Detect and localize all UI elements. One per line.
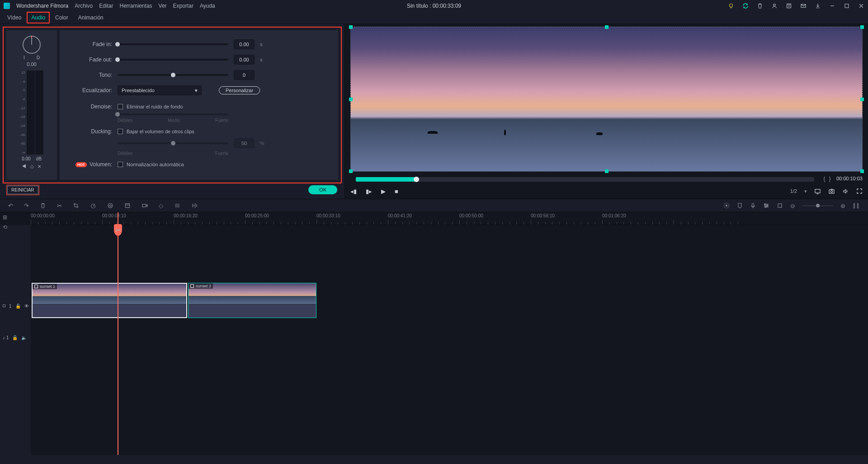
motion-icon[interactable] [142, 202, 148, 209]
svg-point-10 [109, 205, 111, 206]
mixer-icon[interactable] [763, 202, 769, 209]
redo-icon[interactable]: ↷ [24, 202, 29, 209]
undo-icon[interactable]: ↶ [8, 202, 13, 209]
menu-editar[interactable]: Editar [99, 3, 113, 9]
user-icon[interactable] [771, 3, 778, 9]
timeline-clip[interactable]: sunset 2 [188, 283, 316, 318]
sync-icon[interactable] [742, 3, 749, 9]
crop-icon[interactable] [73, 202, 79, 209]
svg-point-16 [764, 204, 766, 205]
next-frame-icon[interactable]: ▮▸ [366, 188, 372, 195]
voiceover-icon[interactable] [750, 202, 756, 209]
menu-herramientas[interactable]: Herramientas [120, 3, 152, 9]
lock-icon[interactable]: 🔓 [12, 335, 18, 340]
keyframe-prev-icon[interactable]: ⯇ [22, 164, 27, 169]
play-icon[interactable]: ▶ [381, 188, 386, 195]
split-icon[interactable]: ✂ [57, 202, 62, 209]
timeline-clip[interactable]: sunset 1 [32, 283, 187, 318]
adjust-icon[interactable] [174, 202, 180, 209]
track-area[interactable]: 1 🔓 👁 ♪ 1 🔓 🔈 sunset 1sunset 2 [31, 225, 868, 455]
zoom-in-icon[interactable]: ⊕ [840, 202, 845, 209]
zoom-fit-icon[interactable]: ⫿⫿ [853, 202, 860, 210]
snapshot-icon[interactable] [828, 188, 835, 195]
delete-icon[interactable] [40, 202, 46, 209]
chevron-down-icon: ▾ [195, 88, 198, 94]
eq-personalize-button[interactable]: Personalizar [219, 86, 260, 94]
prev-frame-icon[interactable]: ◂▮ [350, 188, 357, 195]
ruler-timestamp: 00:01:06:20 [602, 213, 626, 218]
tab-audio[interactable]: Audio [28, 13, 49, 23]
mute-icon[interactable]: 🔈 [21, 335, 27, 340]
reset-button[interactable]: REINICIAR [7, 186, 38, 194]
fade-out-value[interactable]: 0.00 [234, 55, 255, 65]
mark-in-icon[interactable]: { [823, 175, 825, 182]
ducking-value[interactable]: 50 [234, 138, 255, 148]
mark-out-icon[interactable]: } [829, 175, 831, 182]
mail-icon[interactable] [800, 3, 807, 9]
denoise-checkbox[interactable] [118, 104, 123, 109]
zoom-out-icon[interactable]: ⊖ [790, 202, 795, 209]
eq-select[interactable]: Preestablecido▾ [118, 85, 202, 95]
maximize-icon[interactable] [844, 3, 850, 9]
zoom-slider[interactable] [802, 205, 833, 206]
render-icon[interactable] [723, 202, 730, 209]
minimize-icon[interactable] [829, 3, 835, 9]
eye-icon[interactable]: 👁 [24, 304, 29, 309]
chevron-down-icon[interactable]: ▾ [804, 188, 807, 194]
download-icon[interactable] [815, 3, 821, 9]
stop-icon[interactable]: ■ [395, 188, 398, 195]
volumen-checkbox[interactable] [118, 162, 123, 167]
tono-value[interactable]: 0 [234, 70, 255, 80]
track-add-icon[interactable]: ⊞ [3, 214, 7, 220]
menu-ayuda[interactable]: Ayuda [200, 3, 215, 9]
menu-ver[interactable]: Ver [159, 3, 167, 9]
keyframe-add-icon[interactable]: ◇ [30, 164, 34, 169]
speed-icon[interactable] [90, 202, 96, 209]
keyframe-next-icon[interactable]: ✕ [38, 164, 41, 169]
playhead[interactable]: ✂ [118, 212, 118, 455]
volume-icon[interactable] [842, 188, 849, 195]
tab-animacion[interactable]: Animación [77, 14, 104, 22]
lock-icon[interactable]: 🔓 [15, 304, 21, 309]
audio-mix-icon[interactable] [191, 202, 198, 209]
fade-in-value[interactable]: 0.00 [234, 39, 255, 49]
edit-tabs: Vídeo Audio Color Animación [0, 12, 868, 24]
ducking-slider[interactable] [118, 142, 228, 144]
tab-color[interactable]: Color [54, 14, 69, 22]
audio-track-label[interactable]: ♪ 1 🔓 🔈 [0, 331, 31, 344]
tab-video[interactable]: Vídeo [6, 14, 22, 22]
trash-icon[interactable] [757, 3, 763, 9]
tips-icon[interactable] [728, 3, 734, 9]
greenscreen-icon[interactable] [124, 202, 131, 209]
ok-button[interactable]: OK [308, 185, 337, 194]
save-icon[interactable] [786, 3, 792, 9]
fade-out-slider[interactable] [118, 59, 228, 61]
video-track-label[interactable]: 1 🔓 👁 [0, 299, 31, 313]
fade-in-slider[interactable] [118, 43, 228, 45]
marker-shield-icon[interactable] [737, 202, 743, 209]
ducking-checkbox[interactable] [118, 129, 123, 134]
denoise-slider[interactable] [118, 113, 228, 115]
menu-archivo[interactable]: Archivo [75, 3, 93, 9]
display-icon[interactable] [814, 188, 821, 195]
close-icon[interactable] [858, 3, 864, 9]
preview-scrubber[interactable] [356, 177, 814, 182]
timeline: 00:00:00:0000:00:08:1000:00:16:2000:00:2… [0, 212, 868, 455]
app-name: Wondershare Filmora [16, 3, 68, 9]
fullscreen-icon[interactable] [856, 188, 863, 194]
preview-viewport[interactable] [350, 27, 863, 172]
menu-exportar[interactable]: Exportar [173, 3, 193, 9]
color-icon[interactable] [107, 202, 113, 209]
meter-bar-right[interactable] [35, 70, 43, 155]
timeline-ruler[interactable]: 00:00:00:0000:00:08:1000:00:16:2000:00:2… [31, 212, 868, 225]
svg-point-17 [767, 205, 768, 206]
tono-slider[interactable] [118, 74, 228, 76]
marker-add-icon[interactable] [777, 202, 783, 209]
track-link-icon[interactable]: ⟲ [3, 224, 7, 230]
meter-bar-left[interactable] [27, 70, 35, 155]
playhead-grip-icon[interactable]: ✂ [114, 224, 122, 236]
ruler-timestamp: 00:00:08:10 [102, 213, 126, 218]
keyframe-icon[interactable]: ◇ [159, 202, 163, 209]
pan-dial[interactable] [23, 36, 41, 54]
denoise-range-labels: DébilesMedioFuerte [118, 118, 228, 123]
